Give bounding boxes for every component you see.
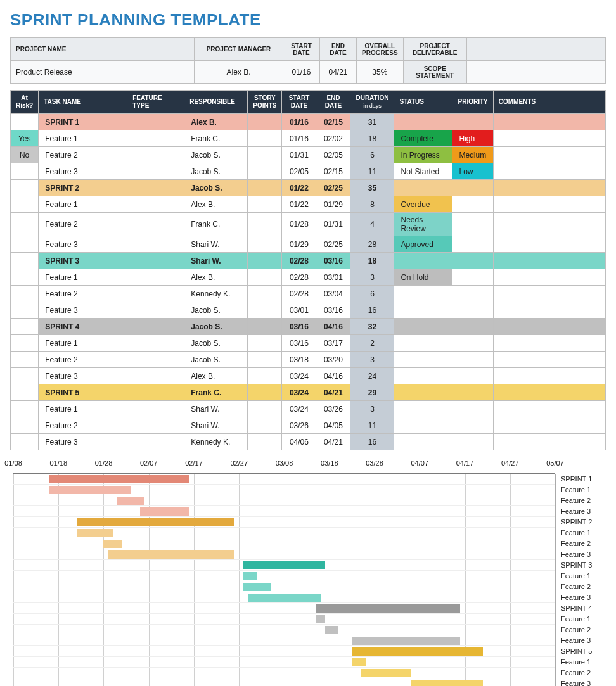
cell-duration[interactable]: 16 (350, 434, 394, 450)
cell-comments[interactable] (493, 384, 605, 401)
task-row[interactable]: Feature 2Kennedy K.02/2803/046 (11, 286, 606, 302)
cell-priority[interactable] (452, 352, 493, 368)
cell-responsible[interactable]: Kennedy K. (184, 434, 248, 450)
cell-risk[interactable] (11, 180, 39, 196)
cell-feature[interactable] (127, 253, 184, 269)
cell-end[interactable]: 02/25 (316, 236, 350, 253)
cell-task[interactable]: Feature 1 (39, 335, 127, 352)
task-row[interactable]: Feature 2Shari W.03/2604/0511 (11, 417, 606, 434)
cell-responsible[interactable]: Jacob S. (184, 180, 248, 196)
cell-start[interactable]: 01/29 (282, 236, 316, 253)
cell-task[interactable]: SPRINT 1 (39, 114, 127, 130)
cell-responsible[interactable]: Jacob S. (184, 319, 248, 335)
cell-comments[interactable] (493, 213, 605, 236)
cell-end[interactable]: 03/04 (316, 286, 350, 302)
cell-comments[interactable] (493, 147, 605, 163)
cell-duration[interactable]: 6 (350, 147, 394, 163)
cell-task[interactable]: Feature 2 (39, 147, 127, 163)
cell-status[interactable]: Approved (394, 236, 452, 253)
cell-risk[interactable] (11, 163, 39, 180)
task-row[interactable]: Feature 3Shari W.01/2902/2528Approved (11, 236, 606, 253)
cell-start[interactable]: 03/24 (282, 368, 316, 384)
cell-status[interactable]: On Hold (394, 269, 452, 286)
cell-task[interactable]: SPRINT 4 (39, 319, 127, 335)
cell-responsible[interactable]: Alex B. (184, 196, 248, 213)
cell-duration[interactable]: 32 (350, 319, 394, 335)
cell-status[interactable] (394, 114, 452, 130)
cell-story[interactable] (248, 236, 282, 253)
cell-priority[interactable] (452, 319, 493, 335)
cell-start[interactable]: 03/24 (282, 384, 316, 401)
cell-comments[interactable] (493, 114, 605, 130)
value-scope-statement[interactable] (466, 61, 605, 84)
cell-task[interactable]: SPRINT 3 (39, 253, 127, 269)
cell-end[interactable]: 02/05 (316, 147, 350, 163)
cell-start[interactable]: 01/22 (282, 196, 316, 213)
cell-end[interactable]: 02/25 (316, 180, 350, 196)
cell-comments[interactable] (493, 163, 605, 180)
cell-start[interactable]: 01/28 (282, 213, 316, 236)
cell-responsible[interactable]: Jacob S. (184, 147, 248, 163)
cell-priority[interactable] (452, 213, 493, 236)
cell-feature[interactable] (127, 180, 184, 196)
cell-status[interactable]: Complete (394, 130, 452, 147)
cell-duration[interactable]: 8 (350, 196, 394, 213)
cell-end[interactable]: 03/16 (316, 253, 350, 269)
cell-status[interactable] (394, 368, 452, 384)
cell-priority[interactable] (452, 401, 493, 417)
task-row[interactable]: Feature 1Alex B.02/2803/013On Hold (11, 269, 606, 286)
cell-story[interactable] (248, 286, 282, 302)
cell-task[interactable]: Feature 1 (39, 130, 127, 147)
cell-priority[interactable] (452, 417, 493, 434)
cell-priority[interactable]: Medium (452, 147, 493, 163)
cell-status[interactable] (394, 253, 452, 269)
cell-duration[interactable]: 2 (350, 335, 394, 352)
cell-start[interactable]: 03/16 (282, 319, 316, 335)
cell-responsible[interactable]: Frank C. (184, 213, 248, 236)
cell-responsible[interactable]: Jacob S. (184, 335, 248, 352)
cell-comments[interactable] (493, 269, 605, 286)
cell-end[interactable]: 02/15 (316, 114, 350, 130)
sprint-row[interactable]: SPRINT 5Frank C.03/2404/2129 (11, 384, 606, 401)
cell-start[interactable]: 02/28 (282, 286, 316, 302)
cell-task[interactable]: Feature 3 (39, 368, 127, 384)
cell-comments[interactable] (493, 236, 605, 253)
cell-status[interactable] (394, 286, 452, 302)
cell-risk[interactable] (11, 196, 39, 213)
cell-risk[interactable] (11, 114, 39, 130)
sprint-row[interactable]: SPRINT 3Shari W.02/2803/1618 (11, 253, 606, 269)
cell-comments[interactable] (493, 417, 605, 434)
cell-feature[interactable] (127, 130, 184, 147)
cell-priority[interactable]: High (452, 130, 493, 147)
cell-priority[interactable] (452, 236, 493, 253)
cell-priority[interactable] (452, 368, 493, 384)
cell-risk[interactable] (11, 417, 39, 434)
cell-feature[interactable] (127, 401, 184, 417)
cell-responsible[interactable]: Shari W. (184, 417, 248, 434)
cell-start[interactable]: 03/24 (282, 401, 316, 417)
cell-duration[interactable]: 3 (350, 352, 394, 368)
cell-feature[interactable] (127, 163, 184, 180)
cell-story[interactable] (248, 335, 282, 352)
cell-feature[interactable] (127, 368, 184, 384)
cell-priority[interactable] (452, 286, 493, 302)
cell-duration[interactable]: 35 (350, 180, 394, 196)
cell-feature[interactable] (127, 302, 184, 319)
cell-feature[interactable] (127, 352, 184, 368)
cell-story[interactable] (248, 213, 282, 236)
cell-status[interactable] (394, 352, 452, 368)
cell-risk[interactable] (11, 384, 39, 401)
cell-responsible[interactable]: Alex B. (184, 114, 248, 130)
cell-risk[interactable] (11, 213, 39, 236)
cell-risk[interactable] (11, 401, 39, 417)
cell-duration[interactable]: 18 (350, 130, 394, 147)
cell-task[interactable]: Feature 2 (39, 213, 127, 236)
cell-story[interactable] (248, 384, 282, 401)
cell-feature[interactable] (127, 213, 184, 236)
cell-status[interactable] (394, 384, 452, 401)
cell-duration[interactable]: 18 (350, 253, 394, 269)
cell-responsible[interactable]: Frank C. (184, 384, 248, 401)
cell-end[interactable]: 04/16 (316, 368, 350, 384)
cell-comments[interactable] (493, 368, 605, 384)
cell-status[interactable]: In Progress (394, 147, 452, 163)
